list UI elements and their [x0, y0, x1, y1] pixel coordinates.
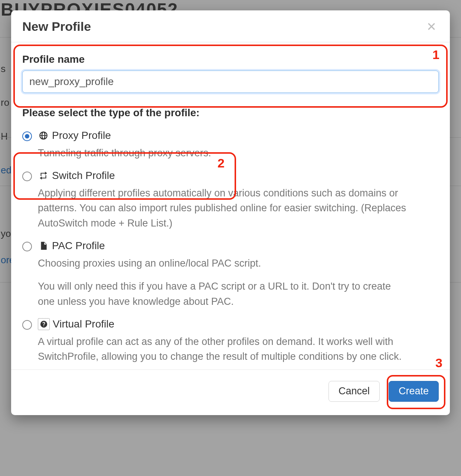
modal-body: 1 Profile name Please select the type of…	[11, 42, 450, 369]
question-circle-icon	[38, 318, 50, 330]
option-title-switch-text: Switch Profile	[52, 169, 115, 182]
profile-type-options: Proxy Profile Tunneling traffic through …	[22, 125, 439, 366]
modal-footer: 3 Cancel Create	[11, 369, 450, 415]
option-title-proxy: Proxy Profile	[38, 129, 439, 142]
option-title-virtual-text: Virtual Profile	[53, 318, 114, 330]
retweet-icon	[38, 170, 49, 181]
file-icon	[38, 240, 49, 251]
option-switch-profile[interactable]: Switch Profile Applying different profil…	[22, 166, 439, 232]
close-icon[interactable]: ✕	[424, 20, 439, 33]
radio-switch-profile[interactable]	[22, 172, 32, 181]
option-title-switch: Switch Profile	[38, 169, 439, 182]
option-desc-pac-1: Choosing proxies using an online/local P…	[38, 256, 409, 271]
radio-pac-profile[interactable]	[22, 242, 32, 251]
option-title-virtual: Virtual Profile	[38, 318, 439, 330]
option-virtual-profile[interactable]: Virtual Profile A virtual profile can ac…	[22, 314, 439, 366]
option-desc-switch: Applying different profiles automaticall…	[38, 186, 409, 231]
new-profile-modal: New Profile ✕ 1 Profile name Please sele…	[11, 10, 450, 415]
create-button[interactable]: Create	[389, 381, 439, 402]
option-title-proxy-text: Proxy Profile	[52, 129, 111, 142]
profile-name-label: Profile name	[22, 53, 439, 65]
option-title-pac: PAC Profile	[38, 239, 439, 252]
profile-type-heading: Please select the type of the profile:	[22, 107, 439, 119]
option-proxy-profile[interactable]: Proxy Profile Tunneling traffic through …	[22, 125, 439, 162]
profile-name-input[interactable]	[22, 71, 439, 93]
option-pac-profile[interactable]: PAC Profile Choosing proxies using an on…	[22, 236, 439, 310]
cancel-button[interactable]: Cancel	[328, 381, 380, 402]
option-desc-proxy: Tunneling traffic through proxy servers.	[38, 146, 409, 161]
option-title-pac-text: PAC Profile	[52, 239, 105, 252]
modal-title: New Profile	[22, 19, 91, 34]
option-desc-pac-2: You will only need this if you have a PA…	[38, 279, 409, 309]
radio-virtual-profile[interactable]	[22, 320, 32, 330]
modal-header: New Profile ✕	[11, 10, 450, 42]
globe-icon	[38, 130, 49, 141]
radio-proxy-profile[interactable]	[22, 131, 32, 141]
option-desc-virtual: A virtual profile can act as any of the …	[38, 334, 409, 364]
